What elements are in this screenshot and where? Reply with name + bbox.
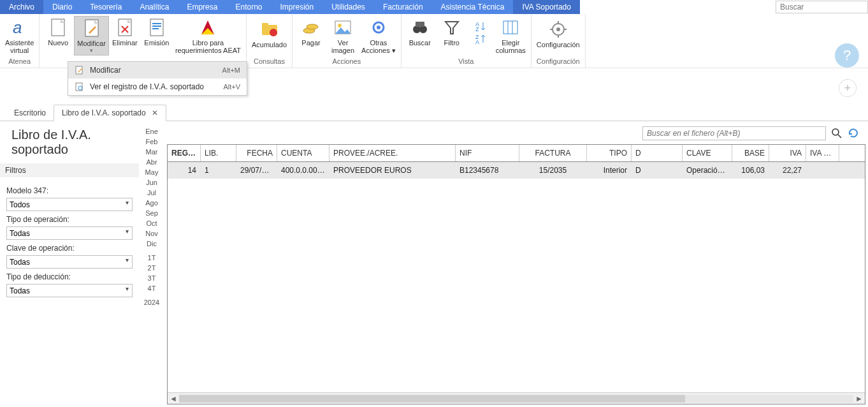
month-jun[interactable]: Jun	[146, 177, 157, 188]
horizontal-scrollbar[interactable]: ◄ ►	[168, 392, 865, 404]
gear-icon	[368, 17, 389, 38]
quarter-2t[interactable]: 2T	[148, 263, 156, 273]
rbtn-label: Emisión	[144, 39, 169, 47]
col-ivaded[interactable]: IVA DED	[806, 145, 839, 161]
filter-select-tipo-deduccion[interactable]	[6, 284, 133, 297]
scroll-right-icon[interactable]: ►	[853, 394, 865, 403]
month-feb[interactable]: Feb	[146, 137, 158, 147]
menu-empresa[interactable]: Empresa	[178, 0, 226, 14]
filter-select-tipo-operacion[interactable]	[6, 226, 133, 240]
file-search-input[interactable]	[642, 126, 826, 140]
quarter-3t[interactable]: 3T	[148, 273, 156, 283]
month-jul[interactable]: Jul	[147, 188, 156, 198]
ribbon: a Asistentevirtual Atenea Nuevo Modifica…	[0, 14, 868, 68]
col-d[interactable]: D	[632, 145, 683, 161]
col-iva[interactable]: IVA	[769, 145, 806, 161]
asistente-virtual-button[interactable]: a Asistentevirtual	[3, 16, 36, 56]
svg-rect-9	[262, 23, 268, 26]
aeat-icon	[198, 17, 218, 38]
col-cuenta[interactable]: CUENTA	[277, 145, 329, 161]
menu-entorno[interactable]: Entorno	[226, 0, 271, 14]
svg-point-12	[307, 24, 318, 29]
buscar-button[interactable]: Buscar	[404, 16, 436, 48]
month-dic[interactable]: Dic	[147, 239, 157, 249]
funnel-icon	[442, 17, 462, 38]
cell-tipo: Interior	[587, 162, 632, 179]
col-fecha[interactable]: FECHA	[236, 145, 277, 161]
month-abr[interactable]: Abr	[146, 157, 157, 167]
page-view-icon	[75, 82, 85, 92]
search-icon[interactable]	[831, 128, 843, 139]
elegir-columnas-button[interactable]: Elegircolumnas	[493, 16, 528, 56]
sort-buttons[interactable]: AZ ZA	[468, 16, 493, 50]
menu-utilidades[interactable]: Utilidades	[322, 0, 374, 14]
table-row[interactable]: 14 1 29/07/20... 400.0.0.00000 PROVEEDOR…	[168, 162, 865, 179]
main-area: Libro de I.V.A. soportado Filtros Modelo…	[0, 121, 868, 407]
menu-tesoreria[interactable]: Tesorería	[81, 0, 131, 14]
emision-button[interactable]: Emisión	[141, 16, 173, 48]
filtro-button[interactable]: Filtro	[436, 16, 468, 48]
eliminar-button[interactable]: Eliminar	[109, 16, 141, 48]
libro-aeat-button[interactable]: Libro pararequerimientos AEAT	[173, 16, 243, 56]
ver-imagen-button[interactable]: Verimagen	[327, 16, 359, 56]
grid-body[interactable]: 14 1 29/07/20... 400.0.0.00000 PROVEEDOR…	[168, 162, 865, 392]
menu-asistencia[interactable]: Asistencia Técnica	[432, 0, 514, 14]
filter-select-clave-operacion[interactable]	[6, 255, 133, 269]
help-button[interactable]: ?	[835, 43, 859, 68]
col-factura[interactable]: FACTURA	[519, 145, 587, 161]
menu-archivo[interactable]: Archivo	[0, 0, 43, 14]
global-search-input[interactable]	[776, 1, 868, 13]
scroll-thumb[interactable]	[179, 395, 685, 403]
month-nov[interactable]: Nov	[145, 228, 158, 239]
menubar: Archivo Diario Tesorería Analítica Empre…	[0, 0, 868, 14]
otras-acciones-button[interactable]: OtrasAcciones ▾	[359, 16, 398, 56]
close-icon[interactable]: ✕	[152, 108, 158, 117]
data-grid: REGIS... LIB. FECHA CUENTA PROVEE./ACREE…	[167, 144, 865, 404]
cell-nif: B12345678	[456, 162, 519, 179]
cell-provee: PROVEEDOR EUROS	[329, 162, 456, 179]
menu-iva-soportado[interactable]: IVA Soportado	[513, 0, 580, 14]
filters-body: Modelo 347: Tipo de operación: Clave de …	[0, 177, 139, 302]
pagar-button[interactable]: Pagar	[295, 16, 327, 48]
col-regis[interactable]: REGIS...	[168, 145, 201, 161]
col-base[interactable]: BASE	[732, 145, 769, 161]
tab-label: Libro de I.V.A. soportado	[62, 108, 146, 117]
year-2024[interactable]: 2024	[144, 297, 159, 307]
month-ago[interactable]: Ago	[145, 198, 158, 208]
page-new-icon	[48, 17, 68, 38]
col-clave[interactable]: CLAVE	[683, 145, 732, 161]
month-oct[interactable]: Oct	[146, 218, 157, 228]
menu-facturacion[interactable]: Facturación	[374, 0, 432, 14]
menu-impresion[interactable]: Impresión	[271, 0, 322, 14]
configuracion-button[interactable]: Configuración	[534, 18, 582, 50]
col-nif[interactable]: NIF	[456, 145, 519, 161]
quarter-4t[interactable]: 4T	[148, 283, 156, 293]
dropdown-item-ver-registro[interactable]: Ver el registro de I.V.A. soportado Alt+…	[68, 78, 247, 95]
month-ene[interactable]: Ene	[145, 126, 158, 137]
modificar-button[interactable]: Modificar ▾	[74, 16, 109, 56]
menu-diario[interactable]: Diario	[43, 0, 81, 14]
cell-cuenta: 400.0.0.00000	[277, 162, 329, 179]
month-mar[interactable]: Mar	[146, 147, 158, 157]
col-lib[interactable]: LIB.	[201, 145, 236, 161]
acumulado-button[interactable]: Acumulado	[249, 18, 289, 50]
tab-escritorio[interactable]: Escritorio	[6, 105, 54, 121]
col-provee[interactable]: PROVEE./ACREE.	[329, 145, 456, 161]
ribbon-group-acciones: Pagar Verimagen OtrasAcciones ▾ Acciones	[293, 14, 401, 68]
nuevo-button[interactable]: Nuevo	[42, 16, 74, 48]
col-tipo[interactable]: TIPO	[587, 145, 632, 161]
page-edit-icon	[82, 18, 102, 38]
month-may[interactable]: May	[145, 167, 159, 177]
coins-icon	[301, 17, 321, 38]
refresh-icon[interactable]	[848, 128, 859, 139]
filter-select-modelo347[interactable]	[6, 198, 133, 211]
dropdown-item-modificar[interactable]: Modificar Alt+M	[68, 62, 247, 78]
month-sep[interactable]: Sep	[145, 208, 158, 218]
quarter-1t[interactable]: 1T	[148, 253, 156, 263]
scroll-track[interactable]	[179, 395, 853, 403]
dropdown-item-shortcut: Alt+V	[223, 83, 240, 91]
add-tile-button[interactable]: +	[839, 79, 857, 97]
tab-libro-iva[interactable]: Libro de I.V.A. soportado ✕	[54, 105, 166, 121]
menu-analitica[interactable]: Analítica	[131, 0, 178, 14]
scroll-left-icon[interactable]: ◄	[168, 394, 179, 403]
